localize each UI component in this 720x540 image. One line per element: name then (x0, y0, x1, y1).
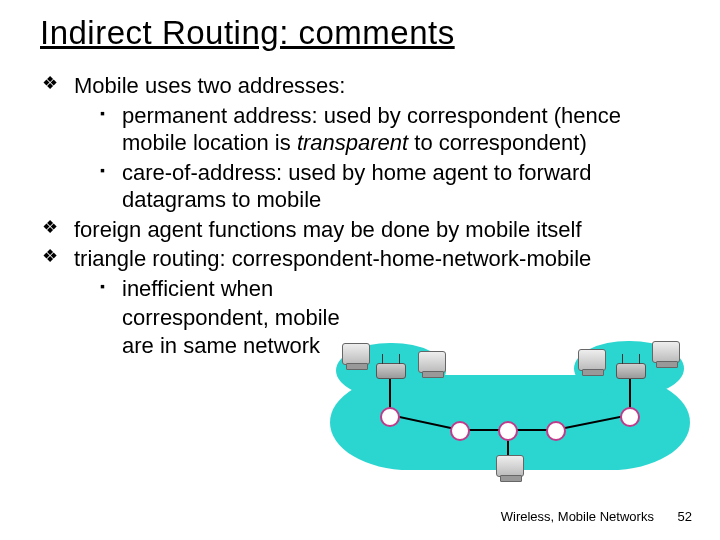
backbone-node-icon (380, 407, 400, 427)
bullet-3-text: triangle routing: correspondent-home-net… (74, 245, 680, 273)
bullet-1-sublist: permanent address: used by correspondent… (74, 102, 680, 214)
bullet-1b: care-of-address: used by home agent to f… (100, 159, 680, 214)
backbone-node-icon (620, 407, 640, 427)
bullet-list: Mobile uses two addresses: permanent add… (40, 72, 680, 359)
bullet-3-cont1: correspondent, mobile (74, 304, 422, 332)
backbone-node-icon (546, 421, 566, 441)
slide: Indirect Routing: comments Mobile uses t… (0, 0, 720, 540)
bullet-3a: inefficient when (100, 275, 680, 303)
bullet-1b-text: care-of-address: used by home agent to f… (122, 159, 680, 214)
backbone-node-icon (498, 421, 518, 441)
home-host-icon (342, 343, 370, 365)
bullet-1-text: Mobile uses two addresses: (74, 72, 680, 100)
bullet-2-text: foreign agent functions may be done by m… (74, 216, 680, 244)
home-agent-router-icon (376, 363, 406, 379)
slide-footer: Wireless, Mobile Networks 52 (501, 509, 692, 524)
foreign-host-icon (578, 349, 606, 371)
backbone-node-icon (450, 421, 470, 441)
correspondent-host-icon (496, 455, 524, 477)
bullet-3-sublist: inefficient when (74, 275, 680, 303)
bullet-2: foreign agent functions may be done by m… (42, 216, 680, 244)
footer-text: Wireless, Mobile Networks (501, 509, 654, 524)
bullet-1a: permanent address: used by correspondent… (100, 102, 680, 157)
foreign-agent-router-icon (616, 363, 646, 379)
mobile-host-icon (652, 341, 680, 363)
bullet-1a-pre: permanent address: (122, 103, 324, 128)
bullet-1a-em: transparent (297, 130, 408, 155)
home-host2-icon (418, 351, 446, 373)
slide-title: Indirect Routing: comments (40, 14, 680, 52)
bullet-1: Mobile uses two addresses: permanent add… (42, 72, 680, 214)
bullet-1a-tail: to correspondent) (408, 130, 587, 155)
network-diagram (330, 335, 690, 485)
page-number: 52 (678, 509, 692, 524)
bullet-3a-text: inefficient when (122, 275, 422, 303)
